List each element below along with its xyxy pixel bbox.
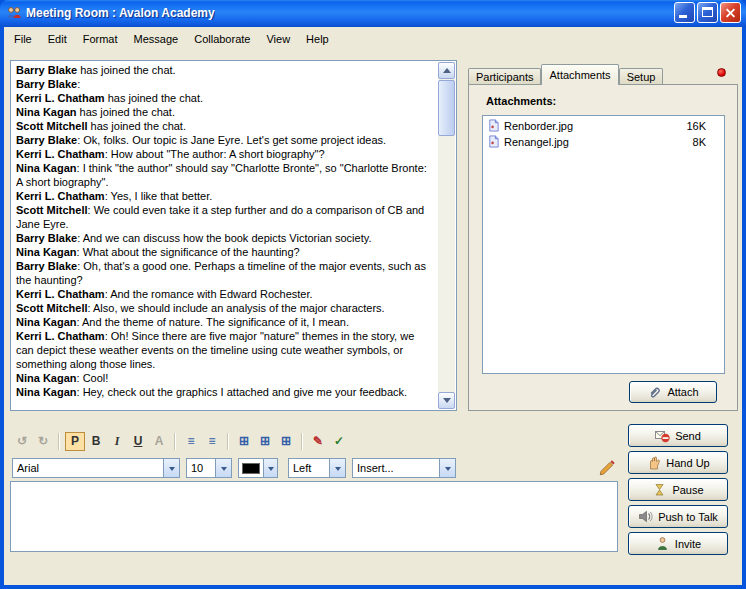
chat-messages: Barry Blake has joined the chat.Barry Bl… — [16, 63, 435, 408]
insert-row-button[interactable]: ⊞ — [255, 432, 275, 451]
chat-message: Scott Mitchell: We could even take it a … — [16, 203, 435, 231]
push-to-talk-button[interactable]: Push to Talk — [628, 505, 728, 528]
maximize-button[interactable] — [697, 2, 718, 23]
tab-participants[interactable]: Participants — [468, 68, 541, 85]
minimize-button[interactable] — [674, 2, 695, 23]
chat-message: Barry Blake: Oh, that's a good one. Perh… — [16, 259, 435, 287]
insert-value: Insert... — [353, 462, 439, 474]
menu-format[interactable]: Format — [75, 30, 126, 48]
menu-message[interactable]: Message — [126, 30, 187, 48]
title-bar[interactable]: Meeting Room : Avalon Academy — [0, 0, 746, 27]
attach-button[interactable]: Attach — [629, 381, 717, 403]
hand-up-button-label: Hand Up — [666, 457, 709, 469]
chevron-down-icon — [215, 459, 231, 477]
italic-button[interactable]: I — [107, 432, 127, 451]
file-icon — [487, 119, 500, 134]
insert-select[interactable]: Insert... — [352, 458, 456, 478]
text-color-button: A — [149, 432, 169, 451]
pause-button-label: Pause — [672, 484, 703, 496]
chat-message: Kerri L. Chatham: How about "The author:… — [16, 147, 435, 161]
chat-message: Kerri L. Chatham: Oh! Since there are fi… — [16, 329, 435, 371]
send-icon — [655, 428, 670, 443]
outdent-button[interactable]: ≡ — [202, 432, 222, 451]
font-size-select[interactable]: 10 — [186, 458, 232, 478]
chat-message: Scott Mitchell has joined the chat. — [16, 119, 435, 133]
chevron-down-icon — [439, 459, 455, 477]
attachment-item[interactable]: Renborder.jpg16K — [483, 118, 724, 134]
bold-button[interactable]: B — [86, 432, 106, 451]
menu-edit[interactable]: Edit — [40, 30, 75, 48]
tab-attachments[interactable]: Attachments — [541, 64, 618, 85]
attach-button-label: Attach — [667, 386, 698, 398]
chevron-down-icon — [263, 459, 277, 477]
send-button-label: Send — [675, 430, 701, 442]
menu-file[interactable]: File — [6, 30, 40, 48]
attachment-item[interactable]: Renangel.jpg8K — [483, 134, 724, 150]
meeting-room-window: Meeting Room : Avalon Academy FileEditFo… — [0, 0, 746, 589]
attachments-label: Attachments: — [486, 95, 556, 107]
pause-button[interactable]: Pause — [628, 478, 728, 501]
scrollbar-thumb[interactable] — [438, 80, 455, 136]
chat-message: Nina Kagan: Hey, check out the graphics … — [16, 385, 435, 399]
insert-symbol-button[interactable]: ✎ — [308, 432, 328, 451]
chat-message: Nina Kagan has joined the chat. — [16, 105, 435, 119]
font-family-value: Arial — [13, 462, 163, 474]
chat-message: Nina Kagan: I think "the author" should … — [16, 161, 435, 189]
chat-message: Scott Mitchell: Also, we should include … — [16, 301, 435, 315]
menu-bar: FileEditFormatMessageCollaborateViewHelp — [4, 27, 742, 50]
toolbar-separator — [301, 433, 303, 450]
hand-up-button[interactable]: Hand Up — [628, 451, 728, 474]
toolbar-separator — [58, 433, 60, 450]
font-color-select[interactable] — [238, 458, 278, 478]
chat-message: Barry Blake: — [16, 77, 435, 91]
tab-setup[interactable]: Setup — [619, 68, 664, 85]
invite-button-label: Invite — [675, 538, 701, 550]
alignment-value: Left — [289, 462, 329, 474]
insert-column-button[interactable]: ⊞ — [276, 432, 296, 451]
attachment-name: Renborder.jpg — [504, 120, 662, 132]
attachment-size: 16K — [666, 120, 706, 132]
font-family-select[interactable]: Arial — [12, 458, 180, 478]
chat-scrollbar[interactable] — [438, 62, 455, 409]
spell-check-button[interactable]: ✓ — [329, 432, 349, 451]
undo-button: ↺ — [12, 432, 32, 451]
title-buttons — [674, 2, 741, 23]
person-icon — [655, 536, 670, 551]
scroll-up-icon[interactable] — [438, 62, 455, 79]
pencil-icon[interactable] — [598, 459, 616, 477]
menu-help[interactable]: Help — [298, 30, 337, 48]
chat-message: Kerri L. Chatham has joined the chat. — [16, 91, 435, 105]
chat-message: Barry Blake has joined the chat. — [16, 63, 435, 77]
chat-message: Barry Blake: And we can discuss how the … — [16, 231, 435, 245]
chevron-down-icon — [163, 459, 179, 477]
speaker-icon — [638, 509, 653, 524]
window-title: Meeting Room : Avalon Academy — [26, 6, 215, 20]
chat-message: Nina Kagan: Cool! — [16, 371, 435, 385]
attachments-list[interactable]: Renborder.jpg16KRenangel.jpg8K — [482, 115, 725, 374]
font-color-swatch — [242, 463, 260, 474]
window-icon — [6, 5, 22, 21]
toolbar-separator — [227, 433, 229, 450]
menu-collaborate[interactable]: Collaborate — [186, 30, 258, 48]
close-button[interactable] — [720, 2, 741, 23]
alignment-select[interactable]: Left — [288, 458, 346, 478]
attachment-name: Renangel.jpg — [504, 136, 662, 148]
send-button[interactable]: Send — [628, 424, 728, 447]
menu-view[interactable]: View — [258, 30, 298, 48]
file-icon — [487, 135, 500, 150]
message-input[interactable] — [10, 481, 618, 552]
insert-table-button[interactable]: ⊞ — [234, 432, 254, 451]
attachments-panel: Attachments: Renborder.jpg16KRenangel.jp… — [468, 84, 738, 411]
attachment-size: 8K — [666, 136, 706, 148]
chat-log[interactable]: Barry Blake has joined the chat.Barry Bl… — [10, 60, 457, 411]
numbered-list-button[interactable]: ≡ — [181, 432, 201, 451]
font-size-value: 10 — [187, 462, 215, 474]
status-indicator-dot — [717, 68, 726, 77]
chevron-down-icon — [329, 459, 345, 477]
invite-button[interactable]: Invite — [628, 532, 728, 555]
underline-button[interactable]: U — [128, 432, 148, 451]
paragraph-button[interactable]: P — [65, 432, 85, 451]
chat-message: Kerri L. Chatham: And the romance with E… — [16, 287, 435, 301]
toolbar-separator — [174, 433, 176, 450]
scroll-down-icon[interactable] — [438, 392, 455, 409]
